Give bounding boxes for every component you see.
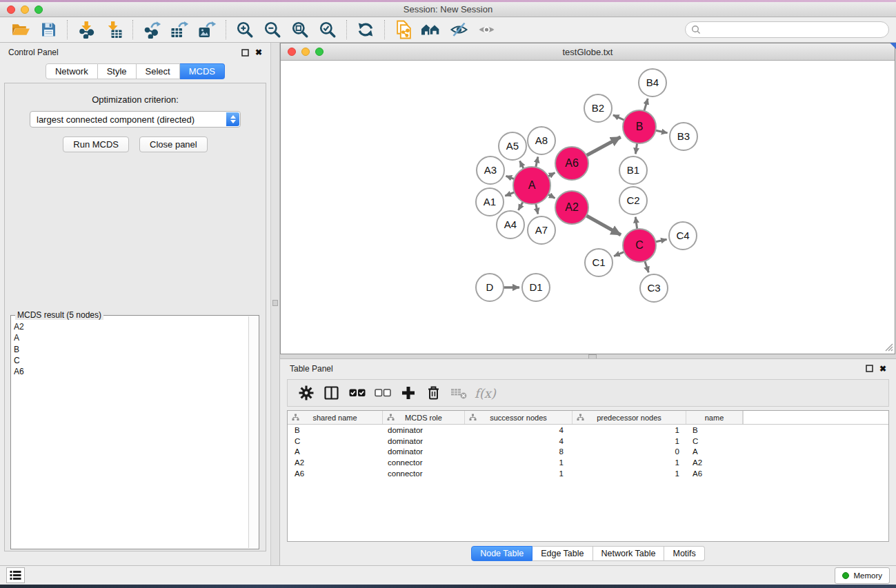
node-C2[interactable]: C2 bbox=[619, 187, 647, 214]
mcds-result-list[interactable]: A2ABCA6 bbox=[14, 321, 248, 547]
resize-grip-icon[interactable] bbox=[883, 341, 893, 352]
panel-divider[interactable] bbox=[270, 43, 280, 565]
run-mcds-button[interactable]: Run MCDS bbox=[63, 136, 129, 152]
result-item[interactable]: A6 bbox=[14, 366, 248, 377]
network-graph[interactable]: B4B2BB3A5A8A6A3B1AA1C2A2A4A7C4CC1C3DD1 bbox=[281, 61, 895, 353]
node-C1[interactable]: C1 bbox=[585, 249, 613, 276]
unchecked-boxes-icon bbox=[375, 389, 391, 397]
result-item[interactable]: B bbox=[14, 344, 248, 355]
create-column-button[interactable] bbox=[395, 382, 421, 404]
network-canvas[interactable]: B4B2BB3A5A8A6A3B1AA1C2A2A4A7C4CC1C3DD1 bbox=[281, 61, 895, 353]
table-row[interactable]: Cdominator41C bbox=[288, 436, 888, 447]
export-table-button[interactable] bbox=[166, 19, 193, 41]
node-B2[interactable]: B2 bbox=[584, 94, 612, 122]
result-item[interactable]: A2 bbox=[14, 321, 248, 332]
close-window-button[interactable] bbox=[7, 6, 15, 14]
node-A[interactable]: A bbox=[513, 167, 550, 204]
split-table-button[interactable] bbox=[319, 382, 344, 404]
table-row[interactable]: Adominator80A bbox=[288, 447, 888, 458]
hide-all-columns-button[interactable] bbox=[370, 382, 395, 404]
open-session-button[interactable] bbox=[7, 19, 34, 41]
float-table-panel-icon[interactable] bbox=[866, 365, 873, 372]
zoom-out-button[interactable] bbox=[259, 19, 286, 41]
node-A2[interactable]: A2 bbox=[555, 191, 588, 224]
save-session-button[interactable] bbox=[34, 19, 62, 41]
column-header-MCDS-role[interactable]: MCDS role bbox=[383, 411, 465, 424]
node-C3[interactable]: C3 bbox=[640, 274, 668, 302]
hide-graphics-details-button[interactable] bbox=[445, 19, 472, 41]
tab-select[interactable]: Select bbox=[137, 63, 180, 79]
node-A8[interactable]: A8 bbox=[528, 127, 555, 154]
node-A1[interactable]: A1 bbox=[476, 188, 504, 216]
node-A6[interactable]: A6 bbox=[555, 147, 588, 180]
memory-button[interactable]: Memory bbox=[835, 567, 890, 584]
tab-style[interactable]: Style bbox=[98, 63, 137, 79]
export-network-button[interactable] bbox=[138, 19, 166, 41]
column-header-predecessor-nodes[interactable]: predecessor nodes bbox=[573, 411, 686, 424]
tab-network[interactable]: Network bbox=[46, 63, 98, 79]
new-network-from-selection-button[interactable] bbox=[390, 19, 417, 41]
delete-table-button[interactable] bbox=[446, 382, 472, 404]
node-B3[interactable]: B3 bbox=[670, 123, 697, 150]
node-A5[interactable]: A5 bbox=[499, 132, 526, 160]
divider-handle[interactable] bbox=[272, 300, 278, 306]
zoom-selected-button[interactable] bbox=[314, 19, 341, 41]
node-B1[interactable]: B1 bbox=[619, 156, 647, 184]
node-A3[interactable]: A3 bbox=[477, 156, 504, 184]
node-A4[interactable]: A4 bbox=[497, 211, 524, 239]
table-row[interactable]: Bdominator41B bbox=[288, 425, 888, 436]
tab-motifs[interactable]: Motifs bbox=[664, 546, 704, 561]
optimization-criterion-dropdown[interactable]: largest connected component (directed) bbox=[30, 111, 241, 128]
node-B[interactable]: B bbox=[623, 110, 656, 143]
function-builder-button[interactable]: f(x) bbox=[475, 386, 496, 401]
tab-node-table[interactable]: Node Table bbox=[471, 546, 532, 561]
node-D1[interactable]: D1 bbox=[522, 274, 550, 301]
export-image-button[interactable] bbox=[193, 19, 221, 41]
table-row[interactable]: A2connector11A2 bbox=[288, 457, 888, 468]
column-header-successor-nodes[interactable]: successor nodes bbox=[465, 411, 573, 424]
tab-network-table[interactable]: Network Table bbox=[593, 546, 665, 561]
task-history-button[interactable] bbox=[6, 567, 25, 583]
search-input[interactable] bbox=[705, 25, 883, 34]
result-item[interactable]: C bbox=[14, 355, 248, 366]
home-houses-icon bbox=[421, 21, 441, 38]
show-all-columns-button[interactable] bbox=[344, 382, 370, 404]
delete-columns-button[interactable] bbox=[421, 382, 446, 404]
show-graphics-details-button[interactable] bbox=[472, 19, 500, 41]
zoom-window-button[interactable] bbox=[34, 6, 43, 14]
table-tabs: Node TableEdge TableNetwork TableMotifs bbox=[280, 542, 896, 565]
node-D[interactable]: D bbox=[476, 274, 504, 301]
close-table-panel-icon[interactable]: ✖ bbox=[879, 365, 886, 373]
float-panel-icon[interactable] bbox=[241, 49, 249, 57]
zoom-fit-button[interactable] bbox=[286, 19, 314, 41]
node-C[interactable]: C bbox=[623, 229, 656, 262]
task-list-icon bbox=[10, 570, 21, 580]
import-network-button[interactable] bbox=[72, 19, 100, 41]
edge-A2-C[interactable] bbox=[585, 215, 621, 235]
table-row[interactable]: A6connector11A6 bbox=[288, 468, 888, 479]
network-zoom-button[interactable] bbox=[315, 48, 323, 56]
result-item[interactable]: A bbox=[14, 332, 248, 343]
network-window-titlebar[interactable]: testGlobe.txt bbox=[281, 43, 895, 61]
column-settings-button[interactable] bbox=[293, 382, 319, 404]
close-panel-button[interactable]: Close panel bbox=[139, 136, 208, 152]
network-close-button[interactable] bbox=[288, 48, 296, 56]
node-B4[interactable]: B4 bbox=[639, 69, 666, 97]
node-A7[interactable]: A7 bbox=[528, 216, 555, 244]
edge-B-B4[interactable] bbox=[644, 99, 648, 112]
home-button[interactable] bbox=[417, 19, 445, 41]
edge-A6-B[interactable] bbox=[585, 137, 620, 156]
node-C4[interactable]: C4 bbox=[669, 222, 697, 250]
network-minimize-button[interactable] bbox=[301, 48, 310, 56]
tab-edge-table[interactable]: Edge Table bbox=[532, 546, 593, 561]
search-field[interactable] bbox=[685, 21, 889, 38]
import-table-button[interactable] bbox=[100, 19, 128, 41]
minimize-window-button[interactable] bbox=[21, 6, 29, 14]
column-header-shared-name[interactable]: shared name bbox=[288, 411, 383, 424]
refresh-layout-button[interactable] bbox=[352, 19, 379, 41]
tab-mcds[interactable]: MCDS bbox=[180, 63, 225, 79]
column-header-name[interactable]: name bbox=[686, 411, 743, 424]
zoom-in-button[interactable] bbox=[231, 19, 259, 41]
close-panel-icon[interactable]: ✖ bbox=[255, 48, 262, 57]
result-scrollbar[interactable] bbox=[248, 316, 258, 548]
